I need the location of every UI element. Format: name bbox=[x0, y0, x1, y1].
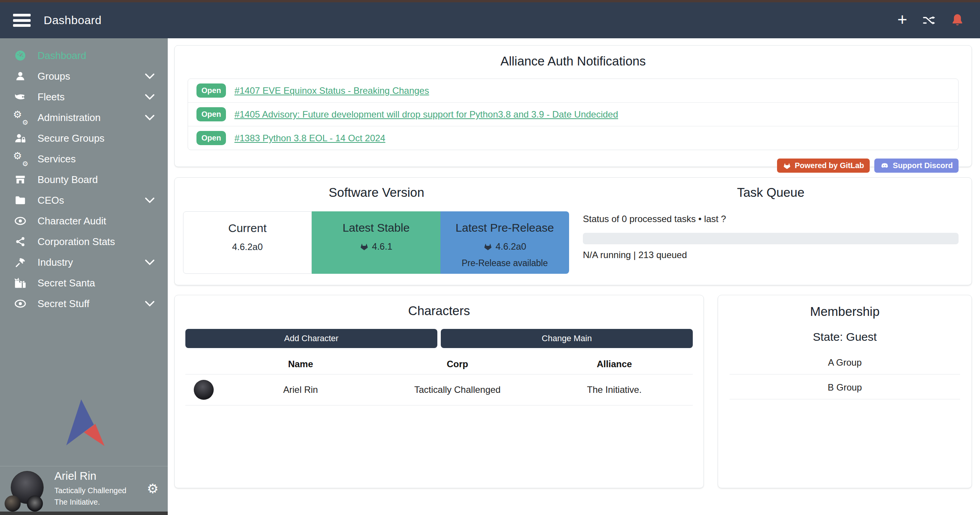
notification-row: Open #1407 EVE Equinox Status - Breaking… bbox=[188, 79, 958, 102]
sidebar-item-secret-santa[interactable]: Secret Santa bbox=[0, 273, 168, 293]
sidebar-item-corporation-stats[interactable]: Corporation Stats bbox=[0, 231, 168, 252]
gitlab-badge[interactable]: Powered by GitLab bbox=[777, 159, 870, 173]
character-corp: Tactically Challenged bbox=[379, 384, 536, 395]
sidebar-item-label: Corporation Stats bbox=[38, 236, 115, 248]
software-version-title: Software Version bbox=[183, 185, 570, 200]
table-row: Ariel Rin Tactically Challenged The Init… bbox=[185, 374, 693, 405]
membership-panel: Membership State: Guest A Group B Group bbox=[718, 295, 972, 488]
sidebar-item-label: Dashboard bbox=[38, 50, 86, 62]
discord-icon bbox=[880, 162, 889, 170]
notifications-list: Open #1407 EVE Equinox Status - Breaking… bbox=[188, 78, 959, 150]
version-latest-prerelease: Latest Pre-Release 4.6.2a0 Pre-Release a… bbox=[440, 211, 569, 274]
eye-icon bbox=[11, 299, 29, 308]
add-character-button[interactable]: Add Character bbox=[185, 329, 437, 348]
gitlab-badge-label: Powered by GitLab bbox=[795, 161, 864, 170]
sidebar-item-label: Industry bbox=[38, 257, 73, 268]
status-badge: Open bbox=[196, 83, 226, 98]
software-version-panel: Software Version Current 4.6.2a0 Latest … bbox=[174, 177, 972, 285]
user-settings-gear-icon[interactable]: ⚙ bbox=[147, 481, 159, 496]
gears-icon: ⚙⚙ bbox=[11, 153, 29, 165]
user-icon bbox=[11, 71, 29, 82]
status-badge: Open bbox=[196, 131, 226, 145]
sidebar-item-fleets[interactable]: Fleets bbox=[0, 87, 168, 107]
column-header-alliance: Alliance bbox=[536, 359, 693, 369]
fighter-jet-icon bbox=[11, 92, 29, 102]
add-icon[interactable]: + bbox=[897, 11, 907, 28]
notification-row: Open #1405 Advisory: Future development … bbox=[188, 102, 958, 126]
sidebar-item-label: Secure Groups bbox=[38, 132, 105, 144]
user-name: Ariel Rin bbox=[54, 470, 126, 482]
sidebar-item-bounty-board[interactable]: Bounty Board bbox=[0, 169, 168, 190]
shuffle-icon[interactable] bbox=[922, 14, 936, 27]
chevron-down-icon bbox=[145, 114, 155, 121]
sidebar-item-label: Services bbox=[38, 153, 76, 165]
discord-badge-label: Support Discord bbox=[893, 161, 953, 170]
notifications-title: Alliance Auth Notifications bbox=[188, 54, 959, 69]
sidebar-item-administration[interactable]: ⚙⚙ Administration bbox=[0, 107, 168, 128]
chevron-down-icon bbox=[145, 197, 155, 203]
gifts-icon bbox=[11, 278, 29, 288]
task-queue-title: Task Queue bbox=[583, 185, 959, 200]
list-item: A Group bbox=[730, 350, 960, 374]
prerelease-version: 4.6.2a0 bbox=[496, 241, 526, 252]
discord-badge[interactable]: Support Discord bbox=[874, 159, 959, 173]
gitlab-tanuki-icon bbox=[360, 242, 369, 251]
share-nodes-icon bbox=[11, 237, 29, 247]
column-header-name: Name bbox=[222, 359, 379, 369]
gears-icon: ⚙⚙ bbox=[11, 112, 29, 123]
sidebar-item-label: Fleets bbox=[38, 91, 65, 103]
characters-title: Characters bbox=[185, 304, 693, 318]
notifications-panel: Alliance Auth Notifications Open #1407 E… bbox=[174, 45, 972, 167]
status-badge: Open bbox=[196, 107, 226, 121]
characters-table: Name Corp Alliance Ariel Rin Tactically … bbox=[185, 353, 693, 405]
membership-state: State: Guest bbox=[730, 330, 960, 343]
gitlab-tanuki-icon bbox=[483, 242, 492, 251]
sidebar-item-dashboard[interactable]: Dashboard bbox=[0, 45, 168, 66]
stable-version: 4.6.1 bbox=[372, 241, 392, 252]
sidebar-item-label: Character Audit bbox=[38, 215, 106, 227]
sidebar-item-label: Administration bbox=[38, 112, 101, 124]
gauge-icon bbox=[11, 50, 29, 61]
sidebar-item-character-audit[interactable]: Character Audit bbox=[0, 211, 168, 231]
store-icon bbox=[11, 174, 29, 185]
notification-link[interactable]: #1405 Advisory: Future development will … bbox=[234, 109, 618, 120]
main-content: Alliance Auth Notifications Open #1407 E… bbox=[168, 38, 980, 515]
notification-link[interactable]: #1383 Python 3.8 EOL - 14 Oct 2024 bbox=[234, 133, 385, 144]
notifications-bell-icon[interactable] bbox=[951, 13, 964, 27]
membership-title: Membership bbox=[730, 304, 960, 319]
sidebar-item-label: CEOs bbox=[38, 195, 64, 206]
task-queue-counts: N/A running | 213 queued bbox=[583, 250, 959, 260]
sidebar-item-groups[interactable]: Groups bbox=[0, 66, 168, 87]
eye-icon bbox=[11, 216, 29, 226]
sidebar-item-services[interactable]: ⚙⚙ Services bbox=[0, 149, 168, 169]
version-latest-stable: Latest Stable 4.6.1 bbox=[312, 211, 440, 274]
corp-logo bbox=[5, 495, 21, 512]
sidebar-item-label: Groups bbox=[38, 70, 70, 82]
chevron-down-icon bbox=[145, 259, 155, 265]
folder-icon bbox=[11, 195, 29, 205]
task-queue-section: Task Queue Status of 0 processed tasks •… bbox=[583, 185, 959, 276]
chevron-down-icon bbox=[145, 301, 155, 307]
navbar: Dashboard + bbox=[0, 2, 980, 38]
avatar bbox=[11, 471, 46, 506]
alliance-auth-logo bbox=[0, 399, 168, 466]
sidebar-item-label: Bounty Board bbox=[38, 174, 98, 186]
chevron-down-icon bbox=[145, 73, 155, 79]
sidebar-item-label: Secret Santa bbox=[38, 277, 95, 289]
sidebar-item-secret-stuff[interactable]: Secret Stuff bbox=[0, 293, 168, 314]
notification-link[interactable]: #1407 EVE Equinox Status - Breaking Chan… bbox=[234, 85, 429, 96]
sidebar: Dashboard Groups Fleets bbox=[0, 38, 168, 515]
user-alliance: The Initiative. bbox=[54, 496, 126, 508]
change-main-button[interactable]: Change Main bbox=[441, 329, 693, 348]
menu-toggle-icon[interactable] bbox=[13, 14, 31, 27]
character-name: Ariel Rin bbox=[222, 384, 379, 395]
page-title: Dashboard bbox=[44, 14, 101, 27]
column-header-corp: Corp bbox=[379, 359, 536, 369]
list-item: B Group bbox=[730, 374, 960, 399]
notification-row: Open #1383 Python 3.8 EOL - 14 Oct 2024 bbox=[188, 126, 958, 150]
sidebar-item-ceos[interactable]: CEOs bbox=[0, 190, 168, 211]
sidebar-item-secure-groups[interactable]: Secure Groups bbox=[0, 128, 168, 149]
version-current: Current 4.6.2a0 bbox=[183, 211, 312, 274]
sidebar-item-label: Secret Stuff bbox=[38, 298, 89, 310]
sidebar-item-industry[interactable]: Industry bbox=[0, 252, 168, 273]
